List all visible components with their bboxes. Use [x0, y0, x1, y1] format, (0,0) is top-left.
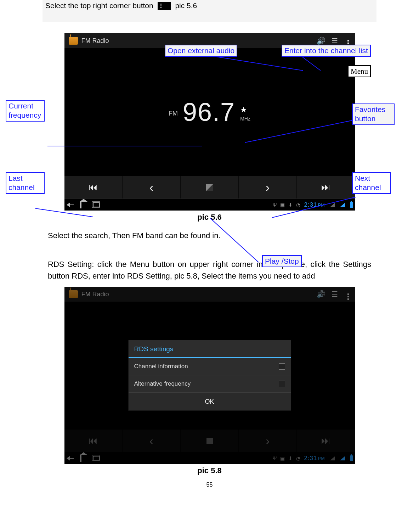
app-title-2: FM Radio	[81, 291, 315, 298]
radio-icon	[69, 290, 78, 298]
instruction-trail: pic 5.6	[175, 1, 197, 10]
callout-play-stop: Play /Stop	[262, 255, 302, 267]
instruction-bar: Select the top right corner button pic 5…	[43, 0, 376, 22]
screenshot-pic-5-6: FM Radio FM 96.7 ★ MHz	[64, 33, 355, 211]
status-download-icon: ⬇	[288, 202, 293, 208]
status-clock-2: 2:31PM	[304, 455, 325, 462]
rds-settings-dialog: RDS settings Channel information Alterna…	[128, 340, 291, 411]
paragraph-rds: RDS Setting: click the Menu button on up…	[48, 258, 371, 282]
instruction-lead: Select the top right corner button	[45, 1, 153, 10]
menu-icon[interactable]	[341, 289, 355, 300]
app-title: FM Radio	[81, 37, 315, 45]
dialog-row-label: Alternative frequency	[134, 380, 191, 387]
channel-list-icon[interactable]	[328, 37, 341, 45]
status-wifi-icon	[330, 456, 335, 460]
control-bar-2	[64, 429, 355, 452]
dialog-title: RDS settings	[129, 340, 291, 358]
caption-pic-5-6: pic 5.6	[0, 213, 419, 222]
callout-next-channel: Next channel	[352, 172, 391, 194]
speaker-icon[interactable]	[315, 290, 328, 298]
radio-icon	[69, 37, 78, 45]
next-channel-button[interactable]	[297, 430, 355, 452]
dialog-ok-button[interactable]: OK	[129, 393, 291, 410]
nav-recent-icon[interactable]	[93, 202, 100, 207]
status-usb-icon: Ψ	[273, 202, 277, 208]
status-download-icon: ⬇	[288, 455, 293, 461]
nav-back-icon[interactable]	[67, 456, 74, 461]
status-signal-icon	[340, 456, 345, 460]
speaker-icon[interactable]	[315, 37, 328, 45]
screenshot-pic-5-8: FM Radio Ψ ▣ ⬇ ◔ 2:31PM RDS settings Cha…	[64, 287, 355, 464]
favorite-star-icon[interactable]: ★	[240, 105, 247, 114]
next-channel-button[interactable]	[297, 176, 355, 198]
system-status-bar: Ψ ▣ ⬇ ◔ 2:31PM	[64, 198, 355, 211]
callout-enter-channel-list: Enter into the channel list	[282, 45, 371, 57]
system-status-bar-2: Ψ ▣ ⬇ ◔ 2:31PM	[64, 452, 355, 464]
callout-favorites-button: Favorites button	[352, 103, 395, 125]
checkbox-icon[interactable]	[279, 363, 285, 370]
status-sd-icon: ▣	[280, 202, 285, 208]
callout-current-frequency: Current frequency	[6, 100, 45, 122]
app-bar-2: FM Radio	[64, 287, 355, 302]
dialog-row-channel-info[interactable]: Channel information	[129, 358, 291, 375]
nav-home-icon[interactable]	[80, 455, 86, 461]
status-usb-icon: Ψ	[273, 455, 277, 461]
control-bar	[64, 176, 355, 198]
freq-up-button[interactable]	[239, 430, 297, 452]
dialog-row-alt-frequency[interactable]: Alternative frequency	[129, 375, 291, 393]
checkbox-icon[interactable]	[279, 381, 285, 387]
status-battery-icon	[350, 455, 353, 461]
play-stop-button[interactable]	[181, 430, 239, 452]
paragraph-search: Select the search, Then FM band can be f…	[48, 230, 371, 241]
status-clock: 2:31PM	[304, 201, 325, 208]
caption-pic-5-8: pic 5.8	[0, 466, 419, 475]
page-number: 55	[0, 482, 419, 495]
figure-1-wrap: Open external audio Enter into the chann…	[0, 33, 419, 222]
status-signal-icon	[340, 203, 345, 207]
freq-down-button[interactable]	[123, 176, 181, 198]
callout-menu: Menu	[348, 65, 371, 77]
fm-label: FM	[169, 110, 178, 117]
status-wifi-icon	[330, 203, 335, 207]
channel-list-icon[interactable]	[328, 290, 341, 298]
status-sync-icon: ◔	[296, 202, 300, 208]
frequency-display: FM 96.7 ★ MHz	[64, 48, 355, 176]
prev-channel-button[interactable]	[64, 176, 123, 198]
nav-recent-icon[interactable]	[93, 456, 100, 461]
play-stop-button[interactable]	[181, 176, 239, 198]
callout-open-external-audio: Open external audio	[165, 45, 237, 57]
status-battery-icon	[350, 202, 353, 208]
frequency-unit: MHz	[240, 116, 250, 122]
prev-channel-button[interactable]	[64, 430, 123, 452]
status-sd-icon: ▣	[280, 455, 285, 461]
menu-icon-inline	[158, 2, 171, 10]
nav-back-icon[interactable]	[67, 202, 74, 207]
freq-down-button[interactable]	[123, 430, 181, 452]
status-sync-icon: ◔	[296, 455, 300, 461]
callout-last-channel: Last channel	[6, 172, 45, 194]
nav-home-icon[interactable]	[80, 202, 86, 208]
dialog-row-label: Channel information	[134, 363, 188, 370]
freq-up-button[interactable]	[239, 176, 297, 198]
frequency-value: 96.7	[183, 97, 235, 127]
